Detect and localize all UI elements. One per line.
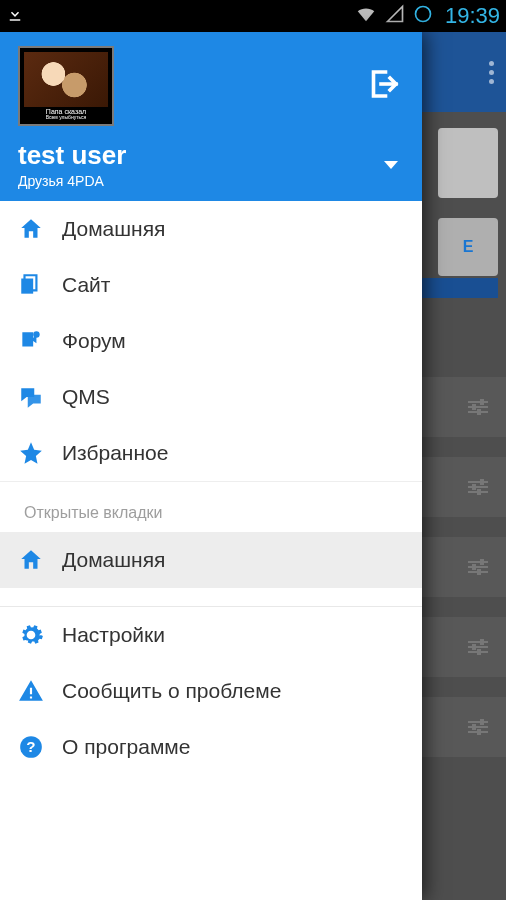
- chat-icon: [18, 384, 44, 410]
- bg-card-letter: E: [438, 218, 498, 276]
- status-clock: 19:39: [445, 3, 500, 29]
- download-icon: [6, 5, 24, 28]
- nav-about[interactable]: ? О программе: [0, 719, 422, 775]
- battery-icon: [413, 4, 433, 29]
- logout-icon[interactable]: [366, 66, 402, 102]
- pages-icon: [18, 272, 44, 298]
- nav-label: Сайт: [62, 273, 110, 297]
- nav-label: Сообщить о проблеме: [62, 679, 281, 703]
- bg-card: [438, 128, 498, 198]
- drawer-header[interactable]: Папа сказал Всем улыбнуться test user Др…: [0, 32, 422, 201]
- home-icon: [18, 547, 44, 573]
- android-status-bar: 19:39: [0, 0, 506, 32]
- nav-label: Форум: [62, 329, 126, 353]
- slider-icon: [468, 641, 488, 653]
- overflow-menu-icon[interactable]: [489, 61, 494, 84]
- star-icon: [18, 440, 44, 466]
- nav-forum[interactable]: Форум: [0, 313, 422, 369]
- nav-label: Настройки: [62, 623, 165, 647]
- slider-icon: [468, 561, 488, 573]
- nav-label: Домашняя: [62, 217, 165, 241]
- wifi-icon: [355, 3, 377, 30]
- home-icon: [18, 216, 44, 242]
- slider-icon: [468, 481, 488, 493]
- account-dropdown-caret-icon[interactable]: [384, 161, 398, 169]
- nav-label: О программе: [62, 735, 190, 759]
- avatar[interactable]: Папа сказал Всем улыбнуться: [18, 46, 114, 126]
- nav-home[interactable]: Домашняя: [0, 201, 422, 257]
- nav-favorites[interactable]: Избранное: [0, 425, 422, 481]
- slider-icon: [468, 721, 488, 733]
- drawer-user-subtitle: Друзья 4PDA: [18, 173, 126, 189]
- nav-settings[interactable]: Настройки: [0, 607, 422, 663]
- help-icon: ?: [18, 734, 44, 760]
- warning-icon: [18, 678, 44, 704]
- nav-label: QMS: [62, 385, 110, 409]
- drawer-user-name: test user: [18, 140, 126, 171]
- avatar-caption: Папа сказал Всем улыбнуться: [46, 108, 87, 120]
- nav-site[interactable]: Сайт: [0, 257, 422, 313]
- cell-signal-icon: [385, 4, 405, 29]
- nav-label: Избранное: [62, 441, 168, 465]
- svg-point-1: [33, 331, 39, 338]
- slider-icon: [468, 401, 488, 413]
- svg-text:?: ?: [26, 738, 35, 755]
- drawer-menu: Домашняя Сайт Форум QMS Избранное Открыт…: [0, 201, 422, 900]
- gear-icon: [18, 622, 44, 648]
- open-tab-label: Домашняя: [62, 548, 165, 572]
- avatar-image: [24, 52, 108, 107]
- forum-icon: [18, 328, 44, 354]
- nav-drawer: Папа сказал Всем улыбнуться test user Др…: [0, 32, 422, 900]
- open-tabs-header: Открытые вкладки: [0, 481, 422, 532]
- open-tab-home[interactable]: Домашняя: [0, 532, 422, 588]
- svg-point-0: [415, 6, 430, 21]
- nav-qms[interactable]: QMS: [0, 369, 422, 425]
- nav-report-problem[interactable]: Сообщить о проблеме: [0, 663, 422, 719]
